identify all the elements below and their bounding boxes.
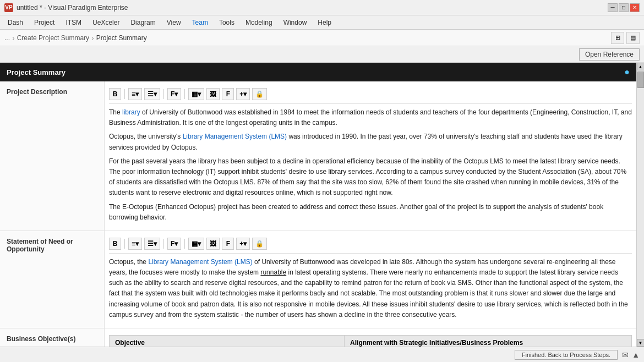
menu-view[interactable]: View — [161, 17, 187, 28]
menu-bar: Dash Project ITSM UeXceler Diagram View … — [0, 15, 644, 30]
scroll-down-button[interactable]: ▼ — [637, 339, 645, 347]
menu-help[interactable]: Help — [312, 17, 337, 28]
statement-of-need-content: B ≡▾ ☰▾ F▾ ▦▾ 🖼 F +▾ 🔒 Octopus, the Libr… — [105, 231, 636, 328]
breadcrumb-create-project[interactable]: Create Project Summary — [17, 34, 89, 42]
list-button-2[interactable]: ☰▾ — [144, 238, 160, 250]
business-objectives-label: Business Objective(s) — [0, 328, 105, 347]
font-button[interactable]: F▾ — [167, 88, 181, 100]
window-controls[interactable]: ─ □ ✕ — [608, 3, 640, 12]
mail-icon[interactable]: ✉ — [622, 350, 629, 359]
finished-back-button[interactable]: Finished. Back to Process Steps. — [515, 350, 618, 360]
breadcrumb-panel-icon[interactable]: ▤ — [626, 32, 640, 44]
toolbar-sep-2 — [163, 89, 164, 99]
app-icon: VP — [4, 3, 13, 12]
project-summary-title: Project Summary — [7, 68, 66, 76]
project-desc-toolbar: B ≡▾ ☰▾ F▾ ▦▾ 🖼 F +▾ 🔒 — [109, 86, 632, 104]
table-button-2[interactable]: ▦▾ — [188, 238, 204, 250]
scroll-up-button[interactable]: ▲ — [637, 63, 645, 70]
table-button[interactable]: ▦▾ — [188, 88, 204, 100]
menu-uexceler[interactable]: UeXceler — [87, 17, 125, 28]
project-description-content: B ≡▾ ☰▾ F▾ ▦▾ 🖼 F +▾ 🔒 The library of Un… — [105, 81, 636, 231]
format-button-2[interactable]: F — [222, 238, 234, 250]
top-actions-bar: Open Reference — [0, 46, 644, 63]
title-bar: VP untitled * - Visual Paradigm Enterpri… — [0, 0, 644, 15]
statement-toolbar: B ≡▾ ☰▾ F▾ ▦▾ 🖼 F +▾ 🔒 — [109, 235, 632, 254]
business-objectives-section: Business Objective(s) Objective Alignmen… — [0, 328, 636, 347]
objective-column-header: Objective — [110, 336, 345, 347]
project-description-text[interactable]: The library of University of Buttonwood … — [109, 107, 632, 223]
maximize-button[interactable]: □ — [619, 3, 629, 12]
up-icon[interactable]: ▲ — [632, 350, 640, 359]
bold-button[interactable]: B — [109, 88, 121, 100]
menu-modeling[interactable]: Modeling — [240, 17, 278, 28]
breadcrumb-sep-2: › — [91, 34, 94, 42]
content-area: Project Summary ● Project Description B … — [0, 63, 636, 347]
project-description-label: Project Description — [0, 81, 105, 231]
toolbar-sep-1 — [124, 89, 125, 99]
breadcrumb-bar: ... › Create Project Summary › Project S… — [0, 30, 644, 46]
section-header-icon[interactable]: ● — [624, 67, 630, 77]
main-wrapper: Project Summary ● Project Description B … — [0, 63, 644, 347]
breadcrumb-sep-1: › — [12, 34, 15, 42]
menu-tools[interactable]: Tools — [214, 17, 240, 28]
scroll-thumb[interactable] — [637, 72, 644, 88]
menu-window[interactable]: Window — [278, 17, 313, 28]
breadcrumb-dots[interactable]: ... — [4, 34, 10, 42]
business-objectives-content: Objective Alignment with Strategic Initi… — [105, 328, 636, 347]
bold-button-2[interactable]: B — [109, 238, 121, 250]
close-button[interactable]: ✕ — [630, 3, 640, 12]
alignment-column-header: Alignment with Strategic Initiatives/Bus… — [345, 336, 632, 347]
project-description-section: Project Description B ≡▾ ☰▾ F▾ ▦▾ 🖼 F +▾… — [0, 81, 636, 231]
format-button[interactable]: F — [222, 88, 234, 100]
statement-of-need-text[interactable]: Octopus, the Library Management System (… — [109, 257, 632, 320]
toolbar2-sep-3 — [184, 239, 185, 249]
lock-button[interactable]: 🔒 — [252, 88, 267, 100]
list-button[interactable]: ☰▾ — [144, 88, 160, 100]
breadcrumb-grid-icon[interactable]: ⊞ — [611, 32, 624, 44]
open-reference-button[interactable]: Open Reference — [579, 48, 640, 61]
window-title: untitled * - Visual Paradigm Enterprise — [17, 4, 128, 12]
breadcrumb-project-summary[interactable]: Project Summary — [96, 34, 147, 42]
scroll-track[interactable]: ▲ ▼ — [636, 63, 644, 347]
image-button-2[interactable]: 🖼 — [206, 238, 220, 250]
image-button[interactable]: 🖼 — [206, 88, 220, 100]
bottom-icons: ✉ ▲ — [622, 350, 640, 359]
lock-button-2[interactable]: 🔒 — [252, 238, 267, 250]
statement-of-need-section: Statement of Need or Opportunity B ≡▾ ☰▾… — [0, 231, 636, 328]
project-summary-header: Project Summary ● — [0, 63, 636, 81]
font-button-2[interactable]: F▾ — [167, 238, 181, 250]
toolbar-sep-3 — [184, 89, 185, 99]
statement-of-need-label: Statement of Need or Opportunity — [0, 231, 105, 328]
menu-project[interactable]: Project — [29, 17, 60, 28]
bottom-bar: Finished. Back to Process Steps. ✉ ▲ — [0, 347, 644, 362]
align-button-2[interactable]: ≡▾ — [128, 238, 142, 250]
toolbar2-sep-1 — [124, 239, 125, 249]
menu-diagram[interactable]: Diagram — [125, 17, 161, 28]
insert-button-2[interactable]: +▾ — [236, 238, 250, 250]
toolbar2-sep-2 — [163, 239, 164, 249]
menu-itsm[interactable]: ITSM — [60, 17, 87, 28]
objectives-table: Objective Alignment with Strategic Initi… — [109, 335, 632, 347]
menu-team[interactable]: Team — [187, 17, 214, 28]
menu-dash[interactable]: Dash — [2, 17, 29, 28]
align-button[interactable]: ≡▾ — [128, 88, 142, 100]
insert-button[interactable]: +▾ — [236, 88, 250, 100]
minimize-button[interactable]: ─ — [608, 3, 618, 12]
